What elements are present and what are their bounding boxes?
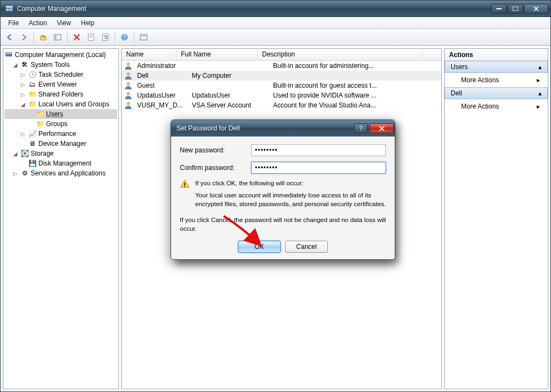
menu-file[interactable]: File [4, 18, 23, 28]
tree-event-viewer[interactable]: ▷🗂Event Viewer [4, 79, 117, 89]
forward-button[interactable] [18, 31, 30, 43]
collapse-icon[interactable]: ◢ [12, 62, 19, 68]
ok-button[interactable]: OK [238, 241, 281, 253]
tree-performance[interactable]: ▷📈Performance [4, 129, 117, 139]
collapse-icon[interactable]: ◢ [12, 151, 19, 157]
confirm-password-label: Confirm password: [180, 164, 251, 172]
users-folder-icon: 📁 [28, 100, 37, 109]
clock-icon: 🕒 [28, 70, 37, 79]
menu-view[interactable]: View [53, 18, 76, 28]
folder-icon: 📁 [36, 120, 44, 128]
disk-icon: 💾 [28, 159, 37, 168]
svg-point-22 [127, 92, 130, 95]
dialog-titlebar[interactable]: Set Password for Dell ? [171, 120, 395, 137]
set-password-dialog: Set Password for Dell ? New password: Co… [171, 120, 395, 260]
performance-icon: 📈 [28, 129, 37, 138]
expand-icon[interactable]: ▷ [20, 82, 26, 88]
list-header: Name Full Name Description [122, 49, 441, 61]
properties-button[interactable] [85, 31, 97, 43]
new-password-label: New password: [180, 146, 251, 154]
tree-local-users-groups[interactable]: ◢📁Local Users and Groups [4, 99, 117, 109]
computer-icon [4, 50, 13, 59]
svg-point-21 [127, 82, 130, 86]
device-icon: 🖥 [28, 139, 37, 148]
actions-more-users[interactable]: More Actions▸ [445, 73, 548, 87]
svg-text:?: ? [123, 35, 126, 41]
titlebar[interactable]: Computer Management [1, 1, 550, 17]
svg-rect-8 [54, 35, 56, 40]
svg-rect-5 [513, 7, 518, 11]
folder-icon: 📁 [36, 110, 44, 118]
tree-storage[interactable]: ◢💽Storage [4, 149, 117, 158]
list-row[interactable]: AdministratorBuilt-in account for admini… [122, 61, 441, 71]
window-title: Computer Management [17, 5, 491, 13]
tree-services-apps[interactable]: ▷⚙Services and Applications [4, 168, 117, 178]
collapse-icon[interactable]: ◢ [20, 101, 26, 107]
submenu-icon: ▸ [537, 76, 540, 84]
actions-group-users[interactable]: Users▴ [445, 61, 548, 73]
minimize-button[interactable] [491, 4, 507, 14]
tree-root[interactable]: Computer Management (Local) [4, 50, 117, 60]
close-button[interactable] [524, 4, 548, 14]
tree-panel[interactable]: Computer Management (Local) ◢🛠System Too… [3, 48, 119, 389]
warning-heading: If you click OK, the following will occu… [195, 179, 304, 189]
warning-icon [180, 179, 190, 189]
back-button[interactable] [4, 31, 16, 43]
toolbar: ? [1, 29, 550, 46]
show-hide-tree-button[interactable] [52, 31, 64, 43]
actions-panel: Actions Users▴ More Actions▸ Dell▴ More … [444, 48, 548, 389]
svg-point-19 [127, 63, 130, 66]
tree-users[interactable]: 📁Users [4, 109, 117, 119]
list-row[interactable]: GuestBuilt-in account for guest access t… [122, 81, 441, 90]
svg-rect-3 [10, 9, 12, 10]
storage-icon: 💽 [20, 149, 29, 158]
menubar: File Action View Help [1, 17, 550, 29]
tree-disk-management[interactable]: 💾Disk Management [4, 158, 117, 168]
export-list-button[interactable] [138, 31, 150, 43]
svg-rect-18 [6, 53, 12, 54]
services-icon: ⚙ [20, 169, 29, 178]
submenu-icon: ▸ [537, 103, 540, 110]
wrench-icon: 🛠 [20, 60, 29, 69]
dialog-body: New password: Confirm password: If you c… [171, 137, 395, 259]
list-row[interactable]: DellMy Computer [122, 71, 441, 81]
menu-help[interactable]: Help [77, 18, 99, 28]
new-password-input[interactable] [251, 144, 386, 156]
actions-group-dell[interactable]: Dell▴ [445, 87, 548, 99]
user-icon [124, 81, 133, 90]
dialog-help-button[interactable]: ? [354, 123, 367, 133]
tree-device-manager[interactable]: 🖥Device Manager [4, 139, 117, 149]
warning-body: Your local user account will immediately… [195, 191, 386, 208]
confirm-password-input[interactable] [251, 162, 386, 174]
actions-more-dell[interactable]: More Actions▸ [445, 99, 548, 113]
collapse-icon: ▴ [538, 89, 542, 97]
menu-action[interactable]: Action [24, 18, 51, 28]
list-row[interactable]: UpdatusUserUpdatusUserUsed to provide NV… [122, 90, 441, 100]
expand-icon[interactable]: ▷ [20, 72, 26, 78]
expand-icon[interactable]: ▷ [20, 131, 26, 137]
list-row[interactable]: VUSR_MY_D...VSA Server AccountAccount fo… [122, 100, 441, 110]
col-name[interactable]: Name [122, 49, 177, 60]
tree-groups[interactable]: 📁Groups [4, 119, 117, 129]
svg-point-23 [127, 102, 130, 105]
dialog-close-button[interactable] [370, 123, 394, 133]
col-fullname[interactable]: Full Name [177, 49, 258, 60]
svg-rect-24 [184, 183, 185, 185]
expand-icon[interactable]: ▷ [12, 171, 19, 177]
app-icon [5, 4, 14, 13]
refresh-button[interactable] [99, 31, 111, 43]
up-button[interactable] [37, 31, 49, 43]
cancel-info-text: If you click Cancel, the password will n… [180, 216, 386, 233]
tree-system-tools[interactable]: ◢🛠System Tools [4, 60, 117, 70]
event-icon: 🗂 [28, 80, 37, 89]
col-description[interactable]: Description [258, 49, 422, 60]
delete-button[interactable] [71, 31, 83, 43]
expand-icon[interactable]: ▷ [20, 92, 26, 98]
svg-point-20 [127, 72, 130, 76]
collapse-icon: ▴ [538, 63, 542, 71]
cancel-button[interactable]: Cancel [285, 241, 328, 253]
maximize-button[interactable] [508, 4, 523, 14]
tree-shared-folders[interactable]: ▷📁Shared Folders [4, 89, 117, 99]
tree-task-scheduler[interactable]: ▷🕒Task Scheduler [4, 70, 117, 79]
help-button[interactable]: ? [118, 31, 130, 43]
